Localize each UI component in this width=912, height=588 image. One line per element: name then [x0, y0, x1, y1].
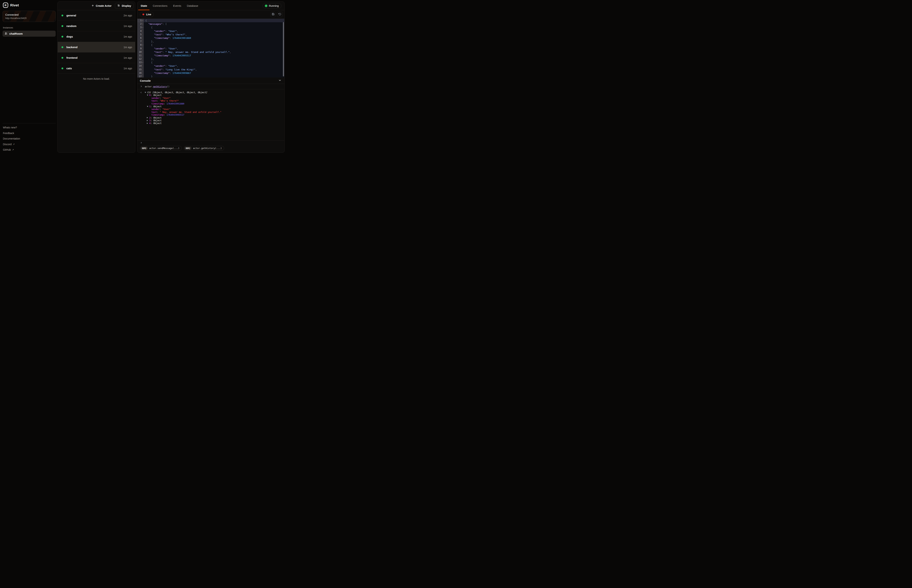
instance-list: chatRoom: [3, 31, 56, 37]
code-segment: :: [164, 102, 166, 105]
actor-row[interactable]: cats1m ago: [58, 63, 135, 74]
actor-row[interactable]: random1m ago: [58, 21, 135, 31]
console-prompt[interactable]: [137, 141, 284, 145]
tab-events[interactable]: Events: [171, 2, 184, 10]
actor-name: cats: [66, 67, 123, 70]
code-segment: ,: [195, 68, 197, 71]
line-number: 16: [139, 71, 142, 75]
footer-link-label: Documentation: [3, 137, 20, 140]
console-output-line: text: " Nay, answer me. Stand and unfold…: [140, 111, 282, 113]
code-segment: Object: [153, 94, 161, 97]
code-segment: "sender": [154, 65, 165, 67]
actor-row[interactable]: general2m ago: [58, 10, 135, 21]
fold-chevron-icon[interactable]: [142, 20, 144, 21]
connection-url: http://localhost:6420: [5, 17, 53, 19]
revert-button[interactable]: [277, 12, 282, 17]
editor-line: 15 "text": "Long live the King!",: [137, 68, 284, 71]
editor-line: 11 "timestamp": 1764043995517: [137, 54, 284, 57]
editor-code-line: {: [144, 19, 284, 22]
code-segment: [145, 51, 154, 53]
collapsed-triangle-icon[interactable]: [147, 123, 149, 124]
console-output-line: timestamp: 1764043991880: [140, 102, 282, 105]
code-segment: :: [169, 37, 171, 39]
inspector-panel: StateConnectionsEventsDatabase Running L…: [137, 2, 284, 153]
rotate-ccw-icon: [279, 13, 281, 16]
tab-database[interactable]: Database: [184, 2, 201, 10]
code-segment: sender: [152, 108, 160, 110]
rpc-chip[interactable]: RPCactor.getHistory(...): [184, 146, 224, 150]
footer-link-label: Whats new?: [3, 126, 17, 129]
actor-row[interactable]: frontend1m ago: [58, 53, 135, 63]
code-segment: "sender": [154, 47, 165, 50]
console-output-text: 1: Object: [149, 105, 161, 108]
actors-panel: Create Actor Display general2m agorandom…: [58, 2, 136, 153]
code-segment: [145, 44, 151, 46]
code-segment: :: [163, 33, 164, 36]
code-segment: ,: [185, 33, 187, 36]
code-segment: :: [164, 113, 166, 116]
code-segment: 1: [149, 105, 151, 108]
editor-gutter: 13: [137, 61, 144, 64]
sidebar-item-instance[interactable]: chatRoom: [3, 31, 56, 37]
state-json-editor[interactable]: 1{2 "messages": [3 {4 "sender": "User",5…: [137, 19, 284, 78]
actor-row[interactable]: dogs1m ago: [58, 31, 135, 42]
fold-chevron-icon[interactable]: [142, 27, 144, 28]
console-output-text: 3: Object: [149, 119, 161, 122]
editor-scrollbar[interactable]: [283, 22, 284, 76]
code-segment: 3: [149, 119, 151, 122]
code-segment: "User": [168, 65, 177, 67]
code-segment: :: [151, 119, 153, 122]
code-segment: "timestamp": [154, 37, 169, 39]
editor-code-line: "timestamp": 1764043991880: [144, 36, 284, 40]
sliders-icon: [117, 4, 120, 8]
collapsed-triangle-icon[interactable]: [147, 117, 149, 118]
editor-code-line: "timestamp": 1764043995517: [144, 54, 284, 57]
sidebar-link-documentation[interactable]: Documentation: [3, 137, 55, 140]
rpc-label: actor.getHistory(...): [193, 147, 222, 150]
code-segment: Object: [153, 122, 161, 124]
editor-code-line: },: [144, 57, 284, 61]
actor-row[interactable]: backend1m ago: [58, 42, 135, 53]
collapsed-triangle-icon[interactable]: [147, 120, 149, 121]
fold-chevron-icon[interactable]: [142, 23, 144, 25]
save-button[interactable]: [270, 12, 276, 17]
editor-gutter: 11: [137, 54, 144, 57]
expanded-triangle-icon[interactable]: [147, 95, 149, 96]
code-segment: [145, 33, 154, 36]
create-actor-button[interactable]: Create Actor: [89, 3, 114, 9]
fold-chevron-icon[interactable]: [142, 61, 144, 63]
code-segment: :: [151, 105, 153, 108]
rpc-chip[interactable]: RPCactor.sendMessage(...): [140, 146, 182, 150]
code-segment: :: [157, 99, 160, 102]
editor-gutter: 12: [137, 57, 144, 61]
console-output-text: (5) [Object, Object, Object, Object, Obj…: [147, 91, 207, 94]
console-bottom: RPCactor.sendMessage(...)RPCactor.getHis…: [137, 140, 284, 152]
console-output-text: sender: "User": [152, 97, 171, 99]
editor-line: 8 {: [137, 43, 284, 47]
sidebar-link-github[interactable]: GitHub↗: [3, 148, 55, 151]
status-dot-icon: [61, 36, 63, 37]
console-output-text: text: " Nay, answer me. Stand and unfold…: [152, 111, 221, 113]
sidebar-link-feedback[interactable]: Feedback: [3, 132, 55, 135]
rpc-tag: RPC: [184, 147, 192, 150]
sidebar-link-whats-new-[interactable]: Whats new?: [3, 126, 55, 129]
code-segment: "User": [168, 30, 177, 32]
sidebar: R Rivet Connected http://localhost:6420 …: [2, 2, 56, 153]
editor-code-line: "text": "Who’s there?",: [144, 33, 284, 36]
display-button[interactable]: Display: [115, 3, 134, 9]
console-output-text: 2: Object: [149, 116, 161, 119]
code-segment: [171, 54, 173, 57]
tab-connections[interactable]: Connections: [150, 2, 170, 10]
sidebar-link-discord[interactable]: Discord↗: [3, 143, 55, 146]
editor-code-line: "text": " Nay, answer me. Stand and unfo…: [144, 50, 284, 54]
tab-state[interactable]: State: [138, 2, 150, 10]
fold-chevron-icon[interactable]: [142, 44, 144, 46]
line-number: 13: [139, 61, 142, 64]
app-root: R Rivet Connected http://localhost:6420 …: [0, 0, 286, 154]
code-segment: timestamp: [152, 113, 164, 116]
code-segment: [164, 33, 165, 36]
live-badge[interactable]: Live: [140, 12, 154, 17]
expanded-triangle-icon[interactable]: [147, 106, 149, 107]
expanded-triangle-icon[interactable]: [145, 92, 147, 93]
chevron-down-icon[interactable]: [278, 79, 281, 82]
